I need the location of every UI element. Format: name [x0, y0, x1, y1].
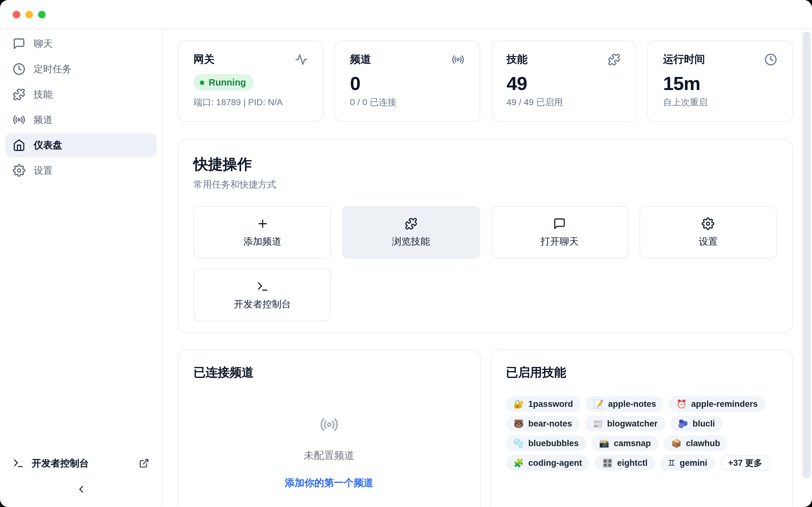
sidebar-item-settings[interactable]: 设置	[5, 158, 157, 182]
terminal-icon	[256, 280, 269, 292]
skill-name: apple-notes	[608, 399, 656, 409]
stat-card-header: 频道	[350, 53, 464, 66]
status-label: Running	[209, 77, 246, 88]
skill-emoji: 📝	[594, 399, 604, 409]
sidebar-collapse-button[interactable]	[5, 478, 157, 500]
action-add-channel-button[interactable]: 添加频道	[194, 206, 332, 259]
external-link-icon[interactable]	[139, 458, 149, 468]
stat-caption: 自上次重启	[663, 97, 777, 108]
stat-card-header: 网关	[194, 53, 308, 66]
skill-emoji: 🎛️	[602, 458, 612, 468]
stat-title: 运行时间	[663, 53, 705, 66]
skill-name: eightctl	[617, 458, 647, 468]
skill-emoji: ♊	[668, 458, 675, 468]
stat-value: 49	[507, 73, 621, 95]
sidebar: 聊天定时任务技能频道仪表盘设置 开发者控制台	[0, 29, 162, 506]
sidebar-item-dashboard[interactable]: 仪表盘	[5, 133, 157, 157]
skill-tag-clawhub: 📦clawhub	[664, 435, 728, 451]
skill-name: 1password	[528, 399, 573, 409]
action-settings-button[interactable]: 设置	[640, 206, 777, 259]
titlebar	[0, 0, 812, 29]
activity-icon	[295, 53, 308, 66]
terminal-icon	[13, 458, 24, 469]
close-button[interactable]	[13, 10, 20, 18]
puzzle-icon	[13, 88, 26, 101]
gear-icon	[702, 217, 715, 230]
stat-title: 频道	[350, 53, 371, 66]
skill-name: gemini	[680, 458, 707, 468]
skill-tag-blucli: 🫐blucli	[670, 416, 722, 432]
actions-grid: 添加频道浏览技能打开聊天设置开发者控制台	[194, 206, 777, 321]
skill-tag-apple-reminders: ⏰apple-reminders	[669, 396, 766, 412]
skill-emoji: 🔐	[513, 399, 524, 409]
app-window: 聊天定时任务技能频道仪表盘设置 开发者控制台 网关Running端口: 1878…	[0, 0, 812, 507]
sidebar-item-label: 聊天	[34, 38, 53, 50]
quick-actions-title: 快捷操作	[194, 155, 777, 174]
skill-tag-eightctl: 🎛️eightctl	[595, 455, 655, 471]
message-square-icon	[553, 217, 566, 230]
skill-emoji: 🫧	[513, 439, 524, 448]
skill-name: bear-notes	[528, 419, 572, 429]
enabled-skills-card: 已启用技能 🔐1password📝apple-notes⏰apple-remin…	[490, 350, 793, 506]
status-dot	[200, 80, 204, 84]
skill-name: apple-reminders	[691, 399, 758, 409]
clock-icon	[764, 53, 777, 66]
stat-card-skills: 技能4949 / 49 已启用	[491, 41, 637, 122]
sidebar-item-label: 定时任务	[34, 63, 72, 75]
add-first-channel-link[interactable]: 添加你的第一个频道	[285, 476, 373, 490]
skills-tags: 🔐1password📝apple-notes⏰apple-reminders🐻b…	[506, 396, 777, 471]
skill-tag-camsnap: 📸camsnap	[592, 435, 659, 451]
stat-card-header: 技能	[507, 53, 621, 66]
action-open-chat-button[interactable]: 打开聊天	[491, 206, 629, 259]
skill-emoji: 🐻	[513, 419, 524, 429]
skill-tag-coding-agent: 🧩coding-agent	[506, 455, 590, 471]
stats-grid: 网关Running端口: 18789 | PID: N/A频道00 / 0 已连…	[177, 41, 793, 122]
skill-tag-bear-notes: 🐻bear-notes	[506, 416, 580, 432]
sidebar-item-skills[interactable]: 技能	[5, 82, 157, 107]
channels-empty-text: 未配置频道	[304, 449, 355, 463]
skill-emoji: 📸	[599, 439, 609, 448]
plus-icon	[256, 217, 269, 230]
sidebar-dev-console-button[interactable]: 开发者控制台	[5, 451, 157, 476]
skill-emoji: 📰	[593, 419, 603, 429]
stat-card-channels: 频道00 / 0 已连接	[334, 41, 480, 122]
stat-card-header: 运行时间	[663, 53, 777, 66]
sidebar-item-label: 设置	[34, 164, 53, 176]
radio-icon	[451, 53, 464, 66]
skill-name: bluebubbles	[528, 439, 578, 448]
skill-emoji: 🫐	[678, 419, 688, 429]
stat-card-uptime: 运行时间15m自上次重启	[647, 41, 793, 122]
clock-icon	[13, 63, 26, 75]
skill-name: blucli	[693, 419, 715, 429]
scrollbar-thumb[interactable]	[803, 32, 811, 478]
action-label: 添加频道	[243, 235, 281, 247]
quick-actions-subtitle: 常用任务和快捷方式	[194, 179, 777, 191]
sidebar-item-scheduled-tasks[interactable]: 定时任务	[5, 57, 157, 81]
stat-card-gateway: 网关Running端口: 18789 | PID: N/A	[177, 41, 323, 122]
sidebar-item-channels[interactable]: 频道	[5, 108, 157, 132]
skill-tag-apple-notes: 📝apple-notes	[586, 396, 664, 412]
skill-name: clawhub	[686, 439, 720, 448]
chevron-left-icon	[75, 484, 87, 495]
stat-caption: 49 / 49 已启用	[507, 97, 621, 108]
action-label: 打开聊天	[541, 235, 578, 247]
skill-emoji: ⏰	[676, 399, 687, 409]
zoom-button[interactable]	[38, 10, 46, 18]
skill-emoji: 📦	[671, 439, 681, 448]
action-label: 浏览技能	[392, 235, 430, 247]
skill-emoji: 🧩	[513, 458, 524, 468]
message-square-icon	[13, 38, 26, 50]
sidebar-item-label: 频道	[34, 114, 53, 126]
sidebar-item-label: 仪表盘	[34, 139, 62, 151]
quick-actions-panel: 快捷操作 常用任务和快捷方式 添加频道浏览技能打开聊天设置开发者控制台	[177, 139, 793, 333]
puzzle-icon	[405, 217, 417, 230]
skill-name: camsnap	[614, 439, 651, 448]
sidebar-item-chat[interactable]: 聊天	[5, 32, 157, 56]
house-icon	[13, 139, 26, 152]
action-browse-skills-button[interactable]: 浏览技能	[342, 206, 480, 259]
minimize-button[interactable]	[26, 10, 33, 18]
skills-more-button[interactable]: +37 更多	[720, 455, 770, 471]
main-content: 网关Running端口: 18789 | PID: N/A频道00 / 0 已连…	[162, 29, 812, 506]
action-dev-console-button[interactable]: 开发者控制台	[194, 269, 332, 321]
enabled-skills-title: 已启用技能	[506, 364, 777, 381]
